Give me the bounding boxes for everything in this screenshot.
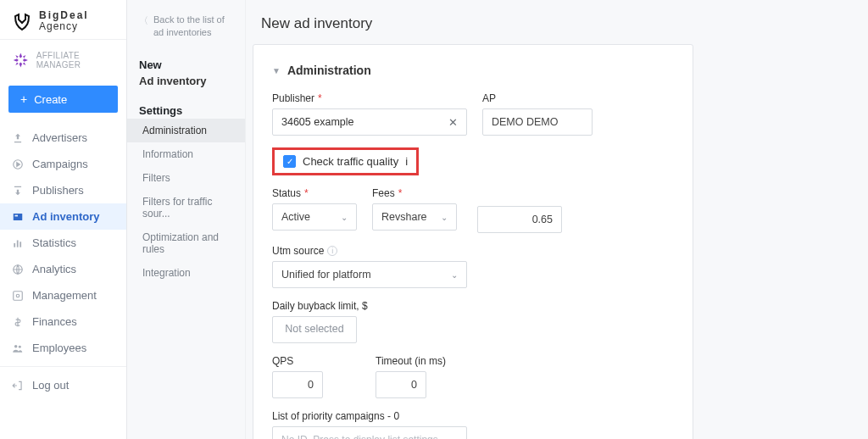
- chevron-down-icon: ⌄: [441, 213, 448, 222]
- fees-label: Fees: [372, 187, 395, 199]
- svg-marker-0: [19, 53, 22, 58]
- subnav-filters-traffic[interactable]: Filters for traffic sour...: [127, 190, 245, 225]
- nav-campaigns[interactable]: Campaigns: [0, 151, 126, 177]
- qps-label: QPS: [272, 355, 293, 367]
- settings-sidebar: 〈Back to the list of ad inventories New …: [127, 0, 246, 439]
- utm-label: Utm source: [272, 245, 324, 257]
- ap-label: AP: [482, 92, 496, 104]
- nav-management[interactable]: Management: [0, 282, 126, 308]
- nav-ad-inventory[interactable]: Ad inventory: [0, 203, 126, 230]
- bar-chart-icon: [12, 237, 24, 249]
- dollar-icon: [12, 316, 24, 328]
- svg-marker-4: [15, 55, 18, 58]
- nav-advertisers[interactable]: Advertisers: [0, 125, 126, 151]
- content-area: New ad inventory ▼Administration Publish…: [246, 0, 851, 439]
- globe-icon: [12, 264, 24, 275]
- chevron-down-icon: ⌄: [341, 213, 348, 222]
- svg-point-17: [16, 294, 19, 297]
- qps-input[interactable]: [272, 371, 323, 398]
- status-label: Status: [272, 187, 301, 199]
- nav-employees[interactable]: Employees: [0, 335, 126, 361]
- info-icon[interactable]: i: [405, 155, 408, 168]
- svg-rect-10: [14, 214, 23, 220]
- people-icon: [12, 342, 24, 354]
- daily-input[interactable]: Not selected: [272, 316, 357, 343]
- subnav-administration[interactable]: Administration: [127, 119, 245, 142]
- svg-marker-6: [15, 63, 18, 65]
- publisher-input[interactable]: 34605 example✕: [272, 108, 467, 136]
- publisher-label: Publisher: [272, 92, 314, 104]
- chevron-left-icon: 〈: [139, 14, 148, 27]
- clear-icon[interactable]: ✕: [448, 116, 458, 129]
- nav-logout[interactable]: Log out: [0, 372, 126, 398]
- check-traffic-quality-row[interactable]: ✓ Check traffic quality i: [272, 147, 419, 175]
- svg-rect-14: [19, 242, 21, 247]
- svg-rect-13: [17, 240, 19, 247]
- subnav-information[interactable]: Information: [127, 142, 245, 166]
- brand-sub: Agency: [39, 21, 89, 32]
- logout-icon: [12, 380, 24, 392]
- nav-finances[interactable]: Finances: [0, 308, 126, 335]
- timeout-input[interactable]: [376, 371, 426, 398]
- chevron-down-icon: ▼: [272, 66, 281, 75]
- play-circle-icon: [12, 158, 24, 170]
- brand-logo: BigDealAgency: [0, 0, 126, 39]
- svg-point-18: [14, 345, 18, 348]
- section-head-administration[interactable]: ▼Administration: [272, 64, 674, 77]
- subnav-opt-rules[interactable]: Optimization and rules: [127, 225, 245, 261]
- gear-icon: [12, 290, 24, 302]
- role-label: AFFILIATE MANAGER: [36, 51, 114, 69]
- check-traffic-label: Check traffic quality: [303, 155, 398, 168]
- plus-icon: +: [20, 92, 27, 106]
- utm-select[interactable]: Unified for platform⌄: [272, 261, 467, 288]
- svg-marker-5: [23, 55, 25, 58]
- timeout-label: Timeout (in ms): [376, 355, 446, 367]
- ap-input[interactable]: DEMO DEMO: [482, 108, 593, 136]
- svg-point-19: [19, 346, 21, 348]
- svg-marker-7: [23, 63, 25, 65]
- page-title: New ad inventory: [253, 0, 844, 44]
- fees-select[interactable]: Revshare⌄: [372, 203, 457, 231]
- profile-block: AFFILIATE MANAGER: [0, 40, 126, 81]
- arrow-right-icon: →: [446, 433, 458, 439]
- sub-group-new: New: [127, 55, 245, 73]
- logo-icon: [12, 11, 32, 31]
- avatar-icon: [12, 50, 30, 70]
- priority-label: List of priority campaigns - 0: [272, 410, 399, 422]
- subnav-integration[interactable]: Integration: [127, 261, 245, 285]
- nav-analytics[interactable]: Analytics: [0, 256, 126, 282]
- back-link[interactable]: 〈Back to the list of ad inventories: [127, 14, 245, 55]
- svg-marker-3: [19, 63, 22, 68]
- upload-icon: [12, 132, 24, 144]
- inventory-icon: [12, 211, 24, 223]
- sub-group-adinv: Ad inventory: [127, 73, 245, 94]
- svg-rect-12: [14, 243, 15, 247]
- admin-panel: ▼Administration Publisher* 34605 example…: [253, 44, 693, 439]
- check-traffic-checkbox[interactable]: ✓: [283, 155, 296, 168]
- subnav-filters[interactable]: Filters: [127, 166, 245, 190]
- svg-rect-11: [15, 215, 19, 217]
- svg-marker-1: [14, 59, 19, 62]
- nav-statistics[interactable]: Statistics: [0, 230, 126, 256]
- svg-marker-2: [23, 59, 28, 62]
- svg-rect-16: [14, 292, 23, 301]
- info-icon[interactable]: i: [327, 246, 337, 256]
- daily-label: Daily buyback limit, $: [272, 300, 368, 312]
- chevron-down-icon: ⌄: [451, 270, 458, 280]
- sub-group-settings: Settings: [127, 101, 245, 119]
- download-icon: [12, 185, 24, 197]
- nav-publishers[interactable]: Publishers: [0, 177, 126, 203]
- create-button[interactable]: +Create: [8, 86, 118, 113]
- main-sidebar: BigDealAgency AFFILIATE MANAGER +Create …: [0, 0, 127, 439]
- fees-amount-input[interactable]: [477, 206, 562, 233]
- priority-combo[interactable]: No ID. Press to display list settings.→: [272, 426, 467, 439]
- status-select[interactable]: Active⌄: [272, 203, 357, 231]
- svg-marker-9: [17, 163, 19, 167]
